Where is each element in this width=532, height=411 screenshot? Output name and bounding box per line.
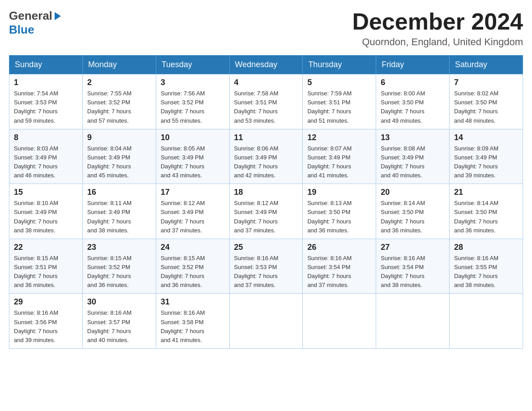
day-number: 24 (161, 243, 225, 252)
calendar-day-16: 16Sunrise: 8:11 AMSunset: 3:49 PMDayligh… (82, 184, 156, 239)
calendar-day-3: 3Sunrise: 7:56 AMSunset: 3:52 PMDaylight… (156, 74, 229, 129)
day-info: Sunrise: 8:16 AMSunset: 3:55 PMDaylight:… (454, 254, 518, 290)
calendar-day-27: 27Sunrise: 8:16 AMSunset: 3:54 PMDayligh… (376, 239, 450, 294)
day-number: 14 (454, 133, 518, 142)
day-info: Sunrise: 8:11 AMSunset: 3:49 PMDaylight:… (87, 199, 151, 235)
day-info: Sunrise: 8:15 AMSunset: 3:52 PMDaylight:… (87, 254, 151, 290)
day-number: 6 (381, 78, 445, 87)
day-info: Sunrise: 7:56 AMSunset: 3:52 PMDaylight:… (161, 89, 225, 125)
day-info: Sunrise: 8:16 AMSunset: 3:53 PMDaylight:… (234, 254, 298, 290)
day-info: Sunrise: 8:15 AMSunset: 3:52 PMDaylight:… (161, 254, 225, 290)
calendar-day-12: 12Sunrise: 8:07 AMSunset: 3:49 PMDayligh… (303, 129, 376, 184)
calendar-day-8: 8Sunrise: 8:03 AMSunset: 3:49 PMDaylight… (9, 129, 83, 184)
calendar-day-29: 29Sunrise: 8:16 AMSunset: 3:56 PMDayligh… (9, 294, 83, 349)
day-info: Sunrise: 8:12 AMSunset: 3:49 PMDaylight:… (161, 199, 225, 235)
day-number: 16 (87, 188, 151, 197)
calendar-week-3: 15Sunrise: 8:10 AMSunset: 3:49 PMDayligh… (9, 184, 523, 239)
calendar-day-23: 23Sunrise: 8:15 AMSunset: 3:52 PMDayligh… (82, 239, 156, 294)
day-number: 5 (307, 78, 371, 87)
logo-blue: Blue (9, 23, 34, 36)
month-title: December 2024 (352, 9, 523, 34)
svg-marker-0 (55, 12, 61, 20)
calendar-empty-cell (229, 294, 303, 349)
calendar-day-5: 5Sunrise: 7:59 AMSunset: 3:51 PMDaylight… (303, 74, 376, 129)
day-info: Sunrise: 8:07 AMSunset: 3:49 PMDaylight:… (307, 144, 371, 180)
day-number: 13 (381, 133, 445, 142)
calendar-day-14: 14Sunrise: 8:09 AMSunset: 3:49 PMDayligh… (450, 129, 523, 184)
calendar-day-24: 24Sunrise: 8:15 AMSunset: 3:52 PMDayligh… (156, 239, 229, 294)
calendar-header-tuesday: Tuesday (156, 56, 229, 74)
calendar-day-7: 7Sunrise: 8:02 AMSunset: 3:50 PMDaylight… (450, 74, 523, 129)
logo-arrow-icon (54, 11, 62, 23)
day-number: 8 (14, 133, 78, 142)
day-number: 31 (161, 297, 225, 307)
day-number: 30 (87, 297, 151, 307)
calendar-day-18: 18Sunrise: 8:12 AMSunset: 3:49 PMDayligh… (229, 184, 303, 239)
day-number: 4 (234, 78, 298, 87)
calendar-week-1: 1Sunrise: 7:54 AMSunset: 3:53 PMDaylight… (9, 74, 523, 129)
day-info: Sunrise: 7:59 AMSunset: 3:51 PMDaylight:… (307, 89, 371, 125)
day-number: 23 (87, 243, 151, 252)
calendar-table: SundayMondayTuesdayWednesdayThursdayFrid… (9, 55, 523, 349)
day-number: 29 (14, 297, 78, 307)
calendar-day-15: 15Sunrise: 8:10 AMSunset: 3:49 PMDayligh… (9, 184, 83, 239)
calendar-header-thursday: Thursday (303, 56, 376, 74)
calendar-empty-cell (303, 294, 376, 349)
calendar-week-5: 29Sunrise: 8:16 AMSunset: 3:56 PMDayligh… (9, 294, 523, 349)
day-info: Sunrise: 8:16 AMSunset: 3:57 PMDaylight:… (87, 308, 151, 345)
calendar-day-25: 25Sunrise: 8:16 AMSunset: 3:53 PMDayligh… (229, 239, 303, 294)
day-info: Sunrise: 8:16 AMSunset: 3:56 PMDaylight:… (14, 308, 78, 345)
day-info: Sunrise: 8:06 AMSunset: 3:49 PMDaylight:… (234, 144, 298, 180)
calendar-day-28: 28Sunrise: 8:16 AMSunset: 3:55 PMDayligh… (450, 239, 523, 294)
calendar-week-2: 8Sunrise: 8:03 AMSunset: 3:49 PMDaylight… (9, 129, 523, 184)
page-header: General Blue December 2024 Quorndon, Eng… (9, 9, 523, 48)
calendar-day-31: 31Sunrise: 8:16 AMSunset: 3:58 PMDayligh… (156, 294, 229, 349)
day-number: 7 (454, 78, 518, 87)
calendar-day-26: 26Sunrise: 8:16 AMSunset: 3:54 PMDayligh… (303, 239, 376, 294)
day-number: 25 (234, 243, 298, 252)
day-info: Sunrise: 7:58 AMSunset: 3:51 PMDaylight:… (234, 89, 298, 125)
calendar-header-friday: Friday (376, 56, 450, 74)
logo-general: General (9, 9, 52, 23)
day-number: 20 (381, 188, 445, 197)
calendar-day-13: 13Sunrise: 8:08 AMSunset: 3:49 PMDayligh… (376, 129, 450, 184)
day-info: Sunrise: 8:14 AMSunset: 3:50 PMDaylight:… (381, 199, 445, 235)
calendar-day-11: 11Sunrise: 8:06 AMSunset: 3:49 PMDayligh… (229, 129, 303, 184)
day-info: Sunrise: 8:16 AMSunset: 3:58 PMDaylight:… (161, 308, 225, 345)
day-info: Sunrise: 7:55 AMSunset: 3:52 PMDaylight:… (87, 89, 151, 125)
calendar-header-sunday: Sunday (9, 56, 83, 74)
calendar-day-1: 1Sunrise: 7:54 AMSunset: 3:53 PMDaylight… (9, 74, 83, 129)
day-number: 12 (307, 133, 371, 142)
calendar-header-wednesday: Wednesday (229, 56, 303, 74)
calendar-day-6: 6Sunrise: 8:00 AMSunset: 3:50 PMDaylight… (376, 74, 450, 129)
day-info: Sunrise: 8:14 AMSunset: 3:50 PMDaylight:… (454, 199, 518, 235)
day-number: 18 (234, 188, 298, 197)
calendar-day-2: 2Sunrise: 7:55 AMSunset: 3:52 PMDaylight… (82, 74, 156, 129)
day-number: 2 (87, 78, 151, 87)
calendar-day-9: 9Sunrise: 8:04 AMSunset: 3:49 PMDaylight… (82, 129, 156, 184)
day-number: 15 (14, 188, 78, 197)
day-info: Sunrise: 8:08 AMSunset: 3:49 PMDaylight:… (381, 144, 445, 180)
calendar-day-4: 4Sunrise: 7:58 AMSunset: 3:51 PMDaylight… (229, 74, 303, 129)
calendar-day-22: 22Sunrise: 8:15 AMSunset: 3:51 PMDayligh… (9, 239, 83, 294)
location: Quorndon, England, United Kingdom (352, 36, 523, 48)
calendar-day-10: 10Sunrise: 8:05 AMSunset: 3:49 PMDayligh… (156, 129, 229, 184)
calendar-header-saturday: Saturday (450, 56, 523, 74)
calendar-empty-cell (376, 294, 450, 349)
day-number: 17 (161, 188, 225, 197)
calendar-day-30: 30Sunrise: 8:16 AMSunset: 3:57 PMDayligh… (82, 294, 156, 349)
day-info: Sunrise: 8:12 AMSunset: 3:49 PMDaylight:… (234, 199, 298, 235)
calendar-day-21: 21Sunrise: 8:14 AMSunset: 3:50 PMDayligh… (450, 184, 523, 239)
day-info: Sunrise: 8:13 AMSunset: 3:50 PMDaylight:… (307, 199, 371, 235)
logo: General Blue (9, 9, 62, 37)
calendar-day-20: 20Sunrise: 8:14 AMSunset: 3:50 PMDayligh… (376, 184, 450, 239)
day-info: Sunrise: 8:15 AMSunset: 3:51 PMDaylight:… (14, 254, 78, 290)
title-area: December 2024 Quorndon, England, United … (352, 9, 523, 48)
day-info: Sunrise: 8:03 AMSunset: 3:49 PMDaylight:… (14, 144, 78, 180)
calendar-header-row: SundayMondayTuesdayWednesdayThursdayFrid… (9, 56, 523, 74)
day-number: 3 (161, 78, 225, 87)
day-info: Sunrise: 8:09 AMSunset: 3:49 PMDaylight:… (454, 144, 518, 180)
calendar-header-monday: Monday (82, 56, 156, 74)
day-number: 9 (87, 133, 151, 142)
day-number: 26 (307, 243, 371, 252)
